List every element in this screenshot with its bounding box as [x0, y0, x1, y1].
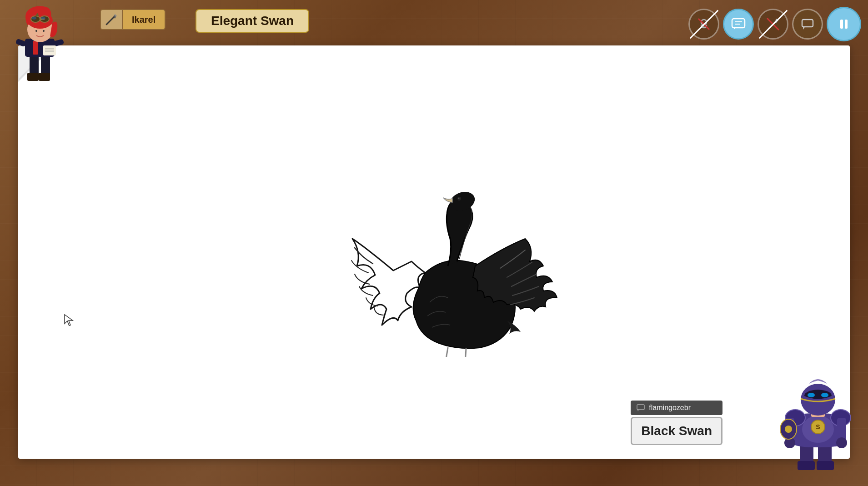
guess-player-name: flamingozebr: [631, 401, 722, 415]
drawing-title: Elegant Swan: [196, 9, 309, 33]
pencil-button[interactable]: [758, 9, 788, 40]
svg-rect-51: [817, 461, 834, 470]
svg-marker-45: [65, 315, 73, 326]
svg-rect-2: [27, 73, 39, 81]
pause-button[interactable]: [827, 7, 861, 41]
svg-point-17: [32, 17, 36, 20]
player-name: Ikarel: [123, 9, 166, 30]
player-avatar-right: S: [768, 359, 868, 486]
svg-rect-58: [837, 418, 846, 441]
svg-marker-47: [637, 410, 639, 411]
chat-button[interactable]: [723, 9, 754, 40]
message-button[interactable]: [792, 9, 823, 40]
svg-rect-6: [15, 39, 27, 47]
guess-bubble: flamingozebr Black Swan: [631, 401, 722, 445]
svg-marker-34: [775, 20, 778, 23]
svg-point-21: [43, 30, 45, 32]
top-right-buttons: [688, 7, 861, 41]
svg-rect-5: [33, 41, 38, 55]
player-avatar-left: [0, 0, 91, 91]
svg-text:S: S: [816, 423, 820, 431]
svg-rect-29: [732, 19, 745, 28]
svg-point-63: [808, 393, 815, 397]
guess-text: Black Swan: [631, 417, 722, 445]
svg-point-44: [458, 197, 459, 199]
mouse-cursor: [64, 314, 75, 329]
svg-line-37: [767, 18, 779, 30]
player-info-bar: Ikarel: [100, 9, 166, 30]
svg-line-36: [768, 28, 769, 30]
svg-line-22: [107, 17, 114, 24]
svg-rect-46: [637, 405, 644, 410]
svg-rect-40: [840, 20, 843, 29]
swan-drawing: [302, 148, 566, 357]
svg-point-66: [785, 426, 792, 433]
svg-point-18: [41, 17, 45, 20]
drawing-canvas[interactable]: [18, 45, 850, 459]
svg-marker-35: [776, 19, 778, 21]
svg-marker-39: [803, 27, 805, 30]
svg-rect-38: [802, 20, 813, 27]
svg-point-64: [821, 393, 828, 397]
svg-rect-50: [798, 461, 815, 470]
tool-icon: [100, 9, 123, 30]
svg-rect-41: [845, 20, 848, 29]
mute-button[interactable]: [688, 9, 719, 40]
svg-line-25: [106, 23, 108, 25]
svg-point-60: [836, 437, 847, 448]
svg-point-20: [35, 30, 37, 32]
svg-rect-3: [39, 73, 50, 81]
svg-rect-8: [43, 45, 56, 55]
